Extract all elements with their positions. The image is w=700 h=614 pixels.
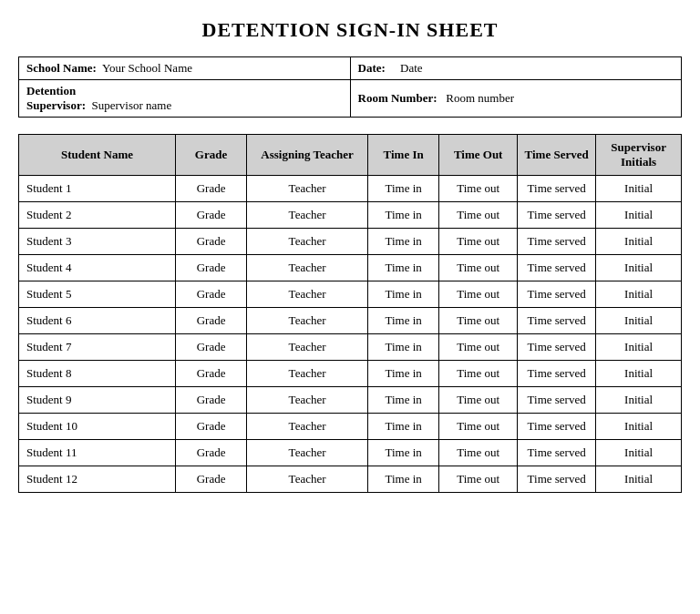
cell-time-in: Time in	[368, 414, 439, 440]
cell-student: Student 4	[19, 255, 176, 281]
cell-teacher: Teacher	[247, 308, 368, 334]
room-label: Room Number:	[358, 91, 438, 105]
table-row: Student 3GradeTeacherTime inTime outTime…	[19, 229, 682, 255]
col-header-grade: Grade	[175, 135, 246, 176]
col-header-student: Student Name	[19, 135, 176, 176]
school-value: Your School Name	[102, 61, 192, 75]
cell-teacher: Teacher	[247, 361, 368, 387]
cell-time-in: Time in	[368, 202, 439, 229]
cell-time-in: Time in	[368, 361, 439, 387]
cell-initial: Initial	[596, 308, 682, 334]
main-table: Student Name Grade Assigning Teacher Tim…	[18, 134, 682, 493]
cell-teacher: Teacher	[247, 202, 368, 229]
cell-teacher: Teacher	[247, 414, 368, 440]
cell-time-out: Time out	[439, 281, 518, 308]
table-row: Student 12GradeTeacherTime inTime outTim…	[19, 466, 682, 493]
supervisor-label: DetentionSupervisor:	[26, 84, 86, 112]
table-header-row: Student Name Grade Assigning Teacher Tim…	[19, 135, 682, 176]
table-row: Student 11GradeTeacherTime inTime outTim…	[19, 440, 682, 466]
cell-grade: Grade	[175, 202, 246, 229]
cell-initial: Initial	[596, 255, 682, 281]
cell-teacher: Teacher	[247, 387, 368, 414]
cell-student: Student 5	[19, 281, 176, 308]
cell-initial: Initial	[596, 414, 682, 440]
cell-time-served: Time served	[518, 308, 596, 334]
cell-time-served: Time served	[518, 281, 596, 308]
cell-time-served: Time served	[518, 255, 596, 281]
cell-time-served: Time served	[518, 229, 596, 255]
cell-initial: Initial	[596, 466, 682, 493]
room-value: Room number	[446, 91, 514, 105]
cell-time-served: Time served	[518, 440, 596, 466]
cell-grade: Grade	[175, 414, 246, 440]
cell-time-out: Time out	[439, 308, 518, 334]
cell-time-out: Time out	[439, 255, 518, 281]
cell-student: Student 6	[19, 308, 176, 334]
cell-student: Student 11	[19, 440, 176, 466]
cell-teacher: Teacher	[247, 255, 368, 281]
col-header-teacher: Assigning Teacher	[247, 135, 368, 176]
cell-time-in: Time in	[368, 255, 439, 281]
cell-grade: Grade	[175, 308, 246, 334]
col-header-time-out: Time Out	[439, 135, 518, 176]
cell-time-in: Time in	[368, 229, 439, 255]
cell-initial: Initial	[596, 202, 682, 229]
table-row: Student 4GradeTeacherTime inTime outTime…	[19, 255, 682, 281]
cell-time-served: Time served	[518, 176, 596, 202]
col-header-time-in: Time In	[368, 135, 439, 176]
table-row: Student 10GradeTeacherTime inTime outTim…	[19, 414, 682, 440]
cell-initial: Initial	[596, 334, 682, 361]
supervisor-value: Supervisor name	[92, 98, 172, 112]
cell-time-served: Time served	[518, 202, 596, 229]
cell-grade: Grade	[175, 387, 246, 414]
cell-time-in: Time in	[368, 334, 439, 361]
cell-grade: Grade	[175, 176, 246, 202]
table-row: Student 7GradeTeacherTime inTime outTime…	[19, 334, 682, 361]
cell-time-out: Time out	[439, 229, 518, 255]
cell-time-served: Time served	[518, 466, 596, 493]
table-row: Student 8GradeTeacherTime inTime outTime…	[19, 361, 682, 387]
cell-time-served: Time served	[518, 387, 596, 414]
cell-time-in: Time in	[368, 440, 439, 466]
cell-time-in: Time in	[368, 387, 439, 414]
cell-time-served: Time served	[518, 414, 596, 440]
cell-student: Student 12	[19, 466, 176, 493]
date-label: Date:	[358, 61, 386, 75]
cell-student: Student 10	[19, 414, 176, 440]
cell-grade: Grade	[175, 466, 246, 493]
cell-teacher: Teacher	[247, 440, 368, 466]
cell-time-in: Time in	[368, 308, 439, 334]
table-row: Student 9GradeTeacherTime inTime outTime…	[19, 387, 682, 414]
page-title: DETENTION SIGN-IN SHEET	[18, 18, 682, 42]
cell-teacher: Teacher	[247, 466, 368, 493]
cell-initial: Initial	[596, 229, 682, 255]
cell-grade: Grade	[175, 334, 246, 361]
cell-time-out: Time out	[439, 466, 518, 493]
cell-time-served: Time served	[518, 361, 596, 387]
cell-time-in: Time in	[368, 281, 439, 308]
cell-time-out: Time out	[439, 387, 518, 414]
cell-grade: Grade	[175, 281, 246, 308]
cell-student: Student 7	[19, 334, 176, 361]
col-header-initials: Supervisor Initials	[596, 135, 682, 176]
cell-initial: Initial	[596, 281, 682, 308]
cell-grade: Grade	[175, 229, 246, 255]
cell-time-in: Time in	[368, 466, 439, 493]
cell-initial: Initial	[596, 387, 682, 414]
date-value: Date	[400, 61, 423, 75]
table-row: Student 1GradeTeacherTime inTime outTime…	[19, 176, 682, 202]
cell-time-served: Time served	[518, 334, 596, 361]
cell-time-in: Time in	[368, 176, 439, 202]
table-row: Student 5GradeTeacherTime inTime outTime…	[19, 281, 682, 308]
cell-initial: Initial	[596, 440, 682, 466]
school-label: School Name:	[26, 61, 97, 75]
cell-time-out: Time out	[439, 334, 518, 361]
cell-student: Student 8	[19, 361, 176, 387]
cell-time-out: Time out	[439, 202, 518, 229]
cell-grade: Grade	[175, 440, 246, 466]
cell-time-out: Time out	[439, 176, 518, 202]
cell-student: Student 3	[19, 229, 176, 255]
cell-student: Student 1	[19, 176, 176, 202]
table-row: Student 2GradeTeacherTime inTime outTime…	[19, 202, 682, 229]
cell-teacher: Teacher	[247, 281, 368, 308]
